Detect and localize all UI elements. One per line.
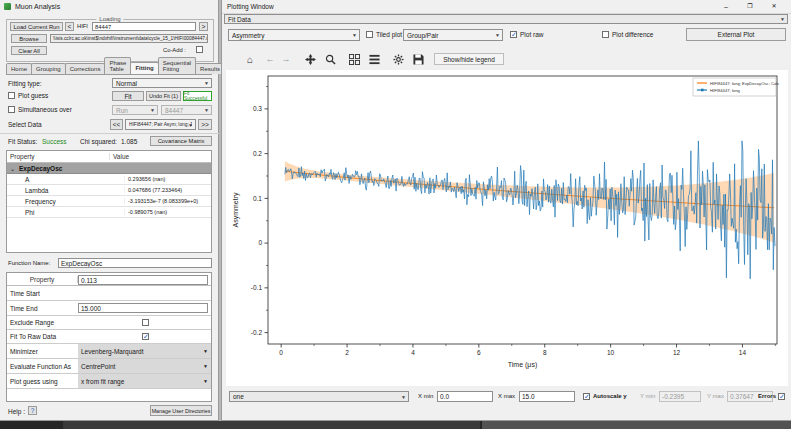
svg-text:-0.2: -0.2: [251, 329, 263, 336]
param-row-a[interactable]: A 0.293656 (nan): [7, 174, 211, 185]
simultaneous-checkbox[interactable]: [8, 106, 15, 113]
setting-name: Evaluate Function As: [7, 363, 80, 370]
evaluate-function-select[interactable]: CentrePoint ▼: [78, 359, 211, 373]
fit-data-combo[interactable]: Fit Data▼: [224, 14, 788, 24]
show-hide-legend-button[interactable]: Show/hide legend: [434, 53, 504, 65]
tab-home[interactable]: Home: [6, 63, 32, 74]
taskbar-app-segment[interactable]: [63, 421, 480, 429]
tiled-plot-checkbox[interactable]: [366, 31, 373, 38]
plot-difference-checkbox[interactable]: [602, 31, 609, 38]
taskbar-app-segment[interactable]: [482, 421, 791, 429]
exclude-range-checkbox[interactable]: [142, 319, 149, 326]
subplot-combo[interactable]: one▼: [229, 391, 409, 402]
help-label: Help :: [8, 408, 25, 415]
param-row-lambda[interactable]: Lambda 0.047686 (77.233464): [7, 185, 211, 196]
prev-dataset-button[interactable]: <<: [110, 119, 123, 130]
back-arrow-icon[interactable]: ←: [262, 52, 278, 66]
forward-arrow-icon[interactable]: →: [278, 52, 294, 66]
plot-canvas[interactable]: 02468101214-0.2-0.100.10.20.3Time (μs)As…: [226, 70, 788, 386]
undo-fit-button[interactable]: Undo Fit (1): [146, 91, 181, 101]
section-divider: [0, 133, 219, 134]
tab-fitting[interactable]: Fitting: [130, 62, 158, 74]
svg-text:12: 12: [673, 349, 681, 356]
svg-text:0.1: 0.1: [253, 195, 262, 202]
run-number-field[interactable]: 84447: [92, 22, 196, 31]
x-min-input[interactable]: 0.0: [437, 391, 493, 402]
fit-status-label: Fit Status:: [8, 138, 37, 145]
co-add-checkbox[interactable]: [196, 46, 203, 53]
zoom-icon[interactable]: [322, 52, 338, 66]
svg-text:4: 4: [411, 349, 415, 356]
file-path-field[interactable]: \\isis.cclrc.ac.uk\inst$\ndxhifi\instrum…: [50, 34, 208, 43]
minimizer-value: Levenberg-Marquardt: [81, 348, 144, 355]
browse-button[interactable]: Browse: [11, 34, 47, 43]
param-row-frequency[interactable]: Frequency -3.193153e-7 (8.083399e+0): [7, 196, 211, 207]
help-button[interactable]: ?: [28, 406, 37, 415]
fitting-type-combo[interactable]: Normal▼: [112, 78, 212, 88]
tab-grouping[interactable]: Grouping: [31, 63, 66, 74]
plot-title-bar[interactable]: Plotting Window – ❐ ✕: [222, 0, 791, 14]
tab-corrections[interactable]: Corrections: [65, 63, 106, 74]
settings-gear-icon[interactable]: [390, 52, 406, 66]
svg-text:HIFI84447; long: HIFI84447; long: [710, 88, 740, 93]
autoscale-y-checkbox[interactable]: [583, 393, 590, 400]
tab-phase-table[interactable]: Phase Table: [104, 57, 131, 74]
covariance-matrix-button[interactable]: Covariance Matrix: [150, 136, 212, 146]
function-name-field[interactable]: ExpDecayOsc: [58, 258, 212, 268]
next-dataset-button[interactable]: >>: [198, 119, 212, 130]
errors-checkbox[interactable]: [778, 393, 785, 400]
tiled-by-combo[interactable]: Group/Pair▼: [403, 29, 503, 41]
chevron-down-icon: ▼: [495, 32, 500, 38]
minimize-button[interactable]: –: [720, 0, 732, 13]
fit-to-raw-data-checkbox[interactable]: [142, 333, 149, 340]
external-plot-button[interactable]: External Plot: [686, 28, 786, 41]
tiled-by-value: Group/Pair: [407, 32, 438, 39]
minimizer-select[interactable]: Levenberg-Marquardt ▼: [78, 344, 211, 358]
chevron-down-icon: ▼: [780, 16, 785, 22]
pan-icon[interactable]: [302, 52, 318, 66]
taskbar[interactable]: [0, 421, 791, 429]
fit-button[interactable]: Fit: [112, 91, 144, 101]
prev-run-button[interactable]: <: [65, 22, 74, 31]
app-icon: [4, 3, 11, 10]
tab-divider: [6, 74, 212, 75]
next-run-button[interactable]: >: [199, 22, 208, 31]
plot-type-combo[interactable]: Asymmetry▼: [228, 29, 360, 41]
tab-sequential-fitting[interactable]: Sequential Fitting: [158, 57, 196, 74]
plot-guess-checkbox[interactable]: [8, 92, 15, 99]
settings-row-evaluate-as: Evaluate Function As CentrePoint ▼: [7, 359, 211, 374]
collapse-arrow-icon[interactable]: ⌄: [7, 165, 15, 172]
setting-name: Plot guess using: [7, 378, 80, 385]
time-start-input[interactable]: 0.113: [78, 275, 208, 285]
load-current-run-button[interactable]: Load Current Run: [10, 22, 63, 31]
svg-text:0.3: 0.3: [253, 105, 262, 112]
settings-row-fit-raw: Fit To Raw Data: [7, 330, 211, 344]
muon-title-bar[interactable]: Muon Analysis: [0, 0, 218, 13]
save-icon[interactable]: [410, 52, 426, 66]
chevron-down-icon: ▼: [203, 363, 208, 369]
subplots-grid-icon[interactable]: [346, 52, 362, 66]
param-value: 0.047686 (77.233464): [124, 187, 211, 193]
plot-guess-using-select[interactable]: x from fit range ▼: [78, 374, 211, 388]
dataset-combo[interactable]: HIFI84447; Pair Asym; long; 1▼: [125, 119, 196, 130]
maximize-button[interactable]: ❐: [744, 0, 756, 13]
clear-all-button[interactable]: Clear All: [11, 46, 47, 55]
fit-status-value: Success: [42, 138, 67, 145]
x-max-input[interactable]: 15.0: [519, 391, 575, 402]
plot-difference-label: Plot difference: [612, 31, 653, 38]
plot-guess-using-value: x from fit range: [81, 378, 124, 385]
close-button[interactable]: ✕: [768, 0, 780, 13]
chi-squared-label: Chi squared:: [80, 138, 117, 145]
param-name: Lambda: [7, 187, 124, 194]
plot-raw-checkbox[interactable]: [510, 31, 517, 38]
manage-user-directories-button[interactable]: Manage User Directories: [150, 405, 212, 416]
settings-row-plot-guess-using: Plot guess using x from fit range ▼: [7, 374, 211, 389]
time-end-input[interactable]: 15.000: [78, 303, 208, 313]
home-icon[interactable]: ⌂: [242, 52, 258, 66]
param-value: -0.989075 (nan): [124, 209, 211, 215]
chevron-down-icon: ▼: [150, 107, 155, 113]
axes-list-icon[interactable]: [366, 52, 382, 66]
param-row-phi[interactable]: Phi -0.989075 (nan): [7, 207, 211, 218]
param-group-row[interactable]: ⌄ ExpDecayOsc: [7, 163, 211, 174]
svg-text:0.2: 0.2: [253, 150, 262, 157]
